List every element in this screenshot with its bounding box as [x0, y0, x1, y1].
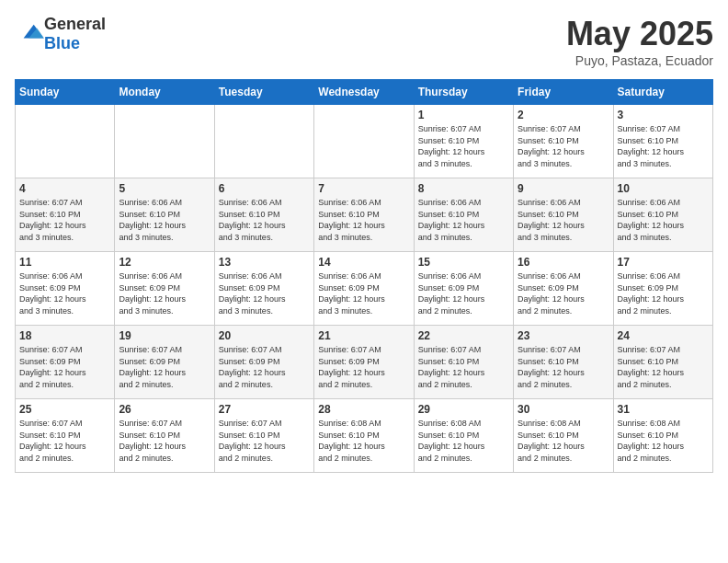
day-number: 5 [119, 182, 210, 195]
calendar-cell: 12Sunrise: 6:06 AM Sunset: 6:09 PM Dayli… [115, 252, 214, 326]
calendar-cell: 22Sunrise: 6:07 AM Sunset: 6:10 PM Dayli… [414, 326, 513, 399]
calendar-cell: 16Sunrise: 6:06 AM Sunset: 6:09 PM Dayli… [514, 252, 613, 326]
day-info: Sunrise: 6:06 AM Sunset: 6:10 PM Dayligh… [418, 197, 509, 243]
day-number: 11 [19, 256, 110, 269]
day-number: 6 [219, 182, 310, 195]
day-number: 2 [518, 109, 609, 121]
day-number: 14 [318, 256, 409, 269]
calendar-cell: 24Sunrise: 6:07 AM Sunset: 6:10 PM Dayli… [613, 326, 712, 399]
calendar-header: SundayMondayTuesdayWednesdayThursdayFrid… [16, 80, 713, 105]
calendar-cell: 15Sunrise: 6:06 AM Sunset: 6:09 PM Dayli… [414, 252, 513, 326]
calendar-cell: 18Sunrise: 6:07 AM Sunset: 6:09 PM Dayli… [16, 326, 115, 399]
logo-icon [17, 21, 44, 43]
day-number: 31 [618, 403, 709, 416]
calendar-cell: 28Sunrise: 6:08 AM Sunset: 6:10 PM Dayli… [314, 399, 414, 473]
calendar-cell: 29Sunrise: 6:08 AM Sunset: 6:10 PM Dayli… [414, 399, 513, 473]
day-number: 3 [618, 109, 709, 121]
calendar-cell [16, 105, 115, 178]
day-info: Sunrise: 6:07 AM Sunset: 6:10 PM Dayligh… [618, 123, 709, 169]
day-info: Sunrise: 6:07 AM Sunset: 6:10 PM Dayligh… [518, 123, 609, 169]
logo-blue-text: Blue [44, 34, 80, 52]
week-row-2: 4Sunrise: 6:07 AM Sunset: 6:10 PM Daylig… [16, 178, 713, 252]
calendar-cell: 4Sunrise: 6:07 AM Sunset: 6:10 PM Daylig… [16, 178, 115, 252]
week-row-4: 18Sunrise: 6:07 AM Sunset: 6:09 PM Dayli… [16, 326, 713, 399]
day-info: Sunrise: 6:07 AM Sunset: 6:10 PM Dayligh… [219, 418, 310, 464]
calendar-cell [314, 105, 414, 178]
day-number: 15 [418, 256, 509, 269]
calendar-body: 1Sunrise: 6:07 AM Sunset: 6:10 PM Daylig… [16, 105, 713, 473]
day-number: 17 [618, 256, 709, 269]
calendar-cell: 31Sunrise: 6:08 AM Sunset: 6:10 PM Dayli… [613, 399, 712, 473]
day-info: Sunrise: 6:06 AM Sunset: 6:10 PM Dayligh… [219, 197, 310, 243]
day-number: 30 [518, 403, 609, 416]
calendar-cell: 7Sunrise: 6:06 AM Sunset: 6:10 PM Daylig… [314, 178, 414, 252]
day-info: Sunrise: 6:07 AM Sunset: 6:10 PM Dayligh… [518, 344, 609, 390]
day-number: 18 [19, 329, 110, 342]
calendar-cell: 27Sunrise: 6:07 AM Sunset: 6:10 PM Dayli… [214, 399, 313, 473]
day-info: Sunrise: 6:06 AM Sunset: 6:09 PM Dayligh… [318, 270, 409, 316]
calendar-cell: 3Sunrise: 6:07 AM Sunset: 6:10 PM Daylig… [613, 105, 712, 178]
week-row-3: 11Sunrise: 6:06 AM Sunset: 6:09 PM Dayli… [16, 252, 713, 326]
calendar-cell: 14Sunrise: 6:06 AM Sunset: 6:09 PM Dayli… [314, 252, 414, 326]
day-number: 20 [219, 329, 310, 342]
location-subtitle: Puyo, Pastaza, Ecuador [566, 53, 713, 68]
header-day-tuesday: Tuesday [214, 80, 313, 105]
day-info: Sunrise: 6:08 AM Sunset: 6:10 PM Dayligh… [318, 418, 409, 464]
day-info: Sunrise: 6:08 AM Sunset: 6:10 PM Dayligh… [618, 418, 709, 464]
calendar-cell: 19Sunrise: 6:07 AM Sunset: 6:09 PM Dayli… [115, 326, 214, 399]
header-day-friday: Friday [514, 80, 613, 105]
day-number: 24 [618, 329, 709, 342]
week-row-1: 1Sunrise: 6:07 AM Sunset: 6:10 PM Daylig… [16, 105, 713, 178]
calendar-cell: 9Sunrise: 6:06 AM Sunset: 6:10 PM Daylig… [514, 178, 613, 252]
calendar-cell: 25Sunrise: 6:07 AM Sunset: 6:10 PM Dayli… [16, 399, 115, 473]
day-info: Sunrise: 6:07 AM Sunset: 6:10 PM Dayligh… [418, 344, 509, 390]
day-info: Sunrise: 6:07 AM Sunset: 6:09 PM Dayligh… [119, 344, 210, 390]
header-day-wednesday: Wednesday [314, 80, 414, 105]
day-info: Sunrise: 6:06 AM Sunset: 6:09 PM Dayligh… [19, 270, 110, 316]
logo-general-text: General [44, 15, 106, 33]
day-number: 4 [19, 182, 110, 195]
calendar-cell: 6Sunrise: 6:06 AM Sunset: 6:10 PM Daylig… [214, 178, 313, 252]
day-info: Sunrise: 6:08 AM Sunset: 6:10 PM Dayligh… [418, 418, 509, 464]
header-day-sunday: Sunday [16, 80, 115, 105]
calendar-cell: 20Sunrise: 6:07 AM Sunset: 6:09 PM Dayli… [214, 326, 313, 399]
calendar-cell [214, 105, 313, 178]
day-info: Sunrise: 6:07 AM Sunset: 6:09 PM Dayligh… [19, 344, 110, 390]
calendar-cell: 26Sunrise: 6:07 AM Sunset: 6:10 PM Dayli… [115, 399, 214, 473]
day-info: Sunrise: 6:07 AM Sunset: 6:09 PM Dayligh… [318, 344, 409, 390]
calendar-cell: 17Sunrise: 6:06 AM Sunset: 6:09 PM Dayli… [613, 252, 712, 326]
day-number: 26 [119, 403, 210, 416]
calendar-table: SundayMondayTuesdayWednesdayThursdayFrid… [15, 79, 713, 473]
day-number: 1 [418, 109, 509, 121]
calendar-cell: 21Sunrise: 6:07 AM Sunset: 6:09 PM Dayli… [314, 326, 414, 399]
day-info: Sunrise: 6:06 AM Sunset: 6:10 PM Dayligh… [119, 197, 210, 243]
day-number: 13 [219, 256, 310, 269]
day-number: 9 [518, 182, 609, 195]
day-info: Sunrise: 6:06 AM Sunset: 6:09 PM Dayligh… [618, 270, 709, 316]
day-info: Sunrise: 6:07 AM Sunset: 6:10 PM Dayligh… [119, 418, 210, 464]
title-block: May 2025 Puyo, Pastaza, Ecuador [566, 15, 713, 68]
header-day-monday: Monday [115, 80, 214, 105]
day-number: 22 [418, 329, 509, 342]
day-number: 27 [219, 403, 310, 416]
day-info: Sunrise: 6:07 AM Sunset: 6:10 PM Dayligh… [19, 418, 110, 464]
page-header: General Blue May 2025 Puyo, Pastaza, Ecu… [15, 15, 713, 68]
calendar-cell: 30Sunrise: 6:08 AM Sunset: 6:10 PM Dayli… [514, 399, 613, 473]
day-info: Sunrise: 6:07 AM Sunset: 6:10 PM Dayligh… [418, 123, 509, 169]
day-number: 28 [318, 403, 409, 416]
calendar-cell: 1Sunrise: 6:07 AM Sunset: 6:10 PM Daylig… [414, 105, 513, 178]
day-info: Sunrise: 6:06 AM Sunset: 6:09 PM Dayligh… [219, 270, 310, 316]
calendar-cell: 23Sunrise: 6:07 AM Sunset: 6:10 PM Dayli… [514, 326, 613, 399]
day-number: 7 [318, 182, 409, 195]
calendar-cell: 8Sunrise: 6:06 AM Sunset: 6:10 PM Daylig… [414, 178, 513, 252]
day-number: 19 [119, 329, 210, 342]
day-info: Sunrise: 6:06 AM Sunset: 6:10 PM Dayligh… [618, 197, 709, 243]
header-row: SundayMondayTuesdayWednesdayThursdayFrid… [16, 80, 713, 105]
day-info: Sunrise: 6:08 AM Sunset: 6:10 PM Dayligh… [518, 418, 609, 464]
header-day-thursday: Thursday [414, 80, 513, 105]
day-number: 12 [119, 256, 210, 269]
day-info: Sunrise: 6:07 AM Sunset: 6:09 PM Dayligh… [219, 344, 310, 390]
calendar-cell: 13Sunrise: 6:06 AM Sunset: 6:09 PM Dayli… [214, 252, 313, 326]
day-number: 8 [418, 182, 509, 195]
week-row-5: 25Sunrise: 6:07 AM Sunset: 6:10 PM Dayli… [16, 399, 713, 473]
